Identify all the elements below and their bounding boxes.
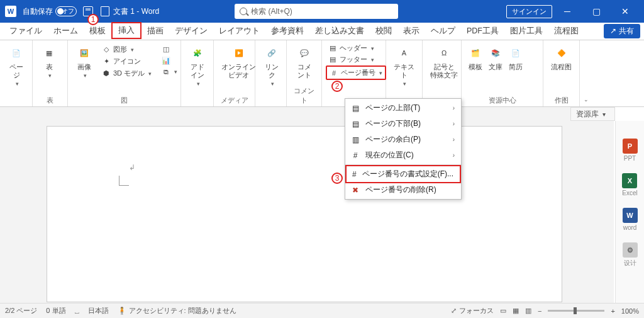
view-read-icon[interactable]: ▭	[500, 307, 506, 315]
tab-file[interactable]: ファイル	[4, 23, 48, 40]
footer-icon: ▤	[328, 55, 337, 64]
status-focus[interactable]: ⤢フォーカス	[451, 306, 494, 315]
res-resume-button[interactable]: 📄简历	[506, 43, 526, 72]
screenshot-icon: ⧉	[162, 67, 170, 76]
view-web-icon[interactable]: ▥	[525, 307, 531, 315]
annotation-2: 2	[331, 81, 343, 92]
chart-button[interactable]: 📊	[159, 55, 180, 65]
minimize-button[interactable]: ─	[553, 0, 581, 23]
tab-pdf-tools[interactable]: PDF工具	[461, 23, 504, 40]
view-print-icon[interactable]: ▦	[513, 307, 519, 315]
resume-icon: 📄	[507, 44, 525, 62]
zoom-in-button[interactable]: +	[611, 307, 614, 315]
shapes-button[interactable]: ◇図形▾	[99, 44, 154, 55]
maximize-button[interactable]: ▢	[582, 0, 610, 23]
zoom-value[interactable]: 100%	[621, 307, 639, 315]
page-number-icon: #	[330, 69, 338, 77]
addins-button[interactable]: 🧩 アドイン▾	[185, 43, 210, 89]
menuitem-page-bottom[interactable]: ▤ページの下部(B)›	[345, 116, 461, 132]
stock-icon: 📚	[487, 44, 504, 62]
page[interactable]: ↲	[47, 126, 562, 302]
status-spellcheck-icon[interactable]: ⎵	[75, 307, 79, 315]
tab-flowchart[interactable]: 流程图	[548, 23, 584, 40]
close-button[interactable]: ✕	[611, 0, 639, 23]
header-button[interactable]: ▤ヘッダー▾	[326, 43, 377, 54]
status-language[interactable]: 日本語	[88, 306, 109, 315]
zoom-out-button[interactable]: −	[538, 307, 541, 315]
autosave-label: 自動保存	[23, 6, 53, 17]
menuitem-format-page-numbers[interactable]: #ページ番号の書式設定(F)...	[345, 165, 461, 183]
icons-button[interactable]: ✦アイコン	[99, 56, 154, 67]
search-placeholder: 検索 (Alt+Q)	[251, 6, 292, 17]
page-top-icon: ▤	[350, 103, 360, 113]
status-accessibility[interactable]: 🧍 アクセシビリティ: 問題ありません	[118, 306, 236, 315]
ribbon-collapse-button[interactable]: ⌄	[584, 96, 589, 103]
smartart-button[interactable]: ◫	[159, 44, 180, 54]
textbox-icon: A	[396, 44, 413, 62]
sidepanel-excel[interactable]: X Excel	[622, 173, 637, 196]
screenshot-button[interactable]: ⧉▾	[159, 67, 180, 77]
tab-layout[interactable]: レイアウト	[213, 23, 265, 40]
tab-references[interactable]: 参考資料	[265, 23, 309, 40]
online-video-button[interactable]: ▶️ オンライン ビデオ	[218, 43, 260, 81]
symbol-button[interactable]: Ω 記号と 特殊文字	[426, 43, 462, 81]
status-pages[interactable]: 2/2 ページ	[5, 306, 37, 315]
pictures-button[interactable]: 🖼️ 画像▾	[72, 43, 97, 81]
footer-button[interactable]: ▤フッター▾	[326, 54, 377, 65]
sidepanel-word[interactable]: W word	[623, 208, 638, 231]
menuitem-current-position[interactable]: #現在の位置(C)›	[345, 147, 461, 163]
document-icon	[101, 6, 109, 16]
menuitem-remove-page-numbers[interactable]: ✖ページ番号の削除(R)	[345, 182, 461, 198]
document-canvas[interactable]: ↲	[0, 107, 614, 303]
table-button[interactable]: ▦ 表▾	[36, 43, 62, 81]
sidepanel-ppt[interactable]: P PPT	[623, 139, 638, 162]
page-number-button[interactable]: # ページ番号▾	[326, 65, 386, 80]
toggle-pill[interactable]: オフ	[55, 6, 77, 16]
shapes-icon: ◇	[102, 45, 111, 54]
3dmodels-button[interactable]: ⬢3D モデル▾	[99, 68, 154, 79]
menuitem-page-top[interactable]: ▤ページの上部(T)›	[345, 100, 461, 116]
tab-view[interactable]: 表示	[397, 23, 425, 40]
excel-icon: X	[622, 173, 637, 188]
table-icon: ▦	[40, 44, 58, 62]
annotation-1: 1	[87, 14, 99, 25]
icons-icon: ✦	[102, 57, 111, 66]
menuitem-page-margin[interactable]: ▥ページの余白(P)›	[345, 132, 461, 147]
comment-button[interactable]: 💬 コメント	[291, 43, 318, 81]
zoom-slider[interactable]	[548, 310, 604, 312]
status-words[interactable]: 0 単語	[46, 306, 65, 315]
ribbon-pane: 📄 ページ▾ ▦ 表▾ 表 🖼️ 画像▾ ◇図形▾ ✦アイコン ⬢3D モデル▾	[0, 40, 644, 107]
tab-home[interactable]: ホーム	[48, 23, 84, 40]
res-stock-button[interactable]: 📚文庫	[486, 43, 506, 72]
word-icon: W	[623, 208, 638, 223]
group-label-table: 表	[36, 94, 64, 105]
flowchart-button[interactable]: 🔶 流程图	[547, 43, 575, 72]
search-input[interactable]: 検索 (Alt+Q)	[235, 4, 398, 19]
group-label-resource: 资源中心	[465, 94, 539, 105]
pages-button[interactable]: 📄 ページ▾	[4, 43, 29, 89]
tab-review[interactable]: 校閲	[370, 23, 397, 40]
text-button[interactable]: A テキスト▾	[390, 43, 418, 89]
links-button[interactable]: 🔗 リンク▾	[259, 43, 284, 89]
design-icon: ⚙	[623, 242, 638, 258]
smartart-icon: ◫	[162, 45, 170, 54]
tab-templates[interactable]: 模板	[84, 23, 111, 40]
resource-library-tab[interactable]: 资源库▾	[570, 107, 615, 121]
share-button[interactable]: ↗共有	[604, 24, 640, 38]
ppt-icon: P	[623, 139, 638, 154]
autosave-toggle[interactable]: 自動保存 オフ	[23, 6, 77, 17]
sidepanel-design[interactable]: ⚙ 设计	[623, 242, 638, 268]
symbol-icon: Ω	[435, 44, 453, 62]
signin-button[interactable]: サインイン	[506, 5, 552, 18]
tab-help[interactable]: ヘルプ	[425, 23, 461, 40]
group-label-zu: 図	[72, 94, 177, 105]
tab-draw[interactable]: 描画	[142, 23, 169, 40]
page-bottom-icon: ▤	[350, 119, 360, 129]
tab-image-tools[interactable]: 图片工具	[504, 23, 548, 40]
comment-icon: 💬	[296, 44, 313, 62]
tab-design[interactable]: デザイン	[169, 23, 213, 40]
chart-icon: 📊	[162, 56, 170, 65]
tab-mailings[interactable]: 差し込み文書	[309, 23, 370, 40]
tab-insert[interactable]: 挿入	[111, 22, 142, 39]
res-template-button[interactable]: 🗂️模板	[465, 43, 486, 72]
